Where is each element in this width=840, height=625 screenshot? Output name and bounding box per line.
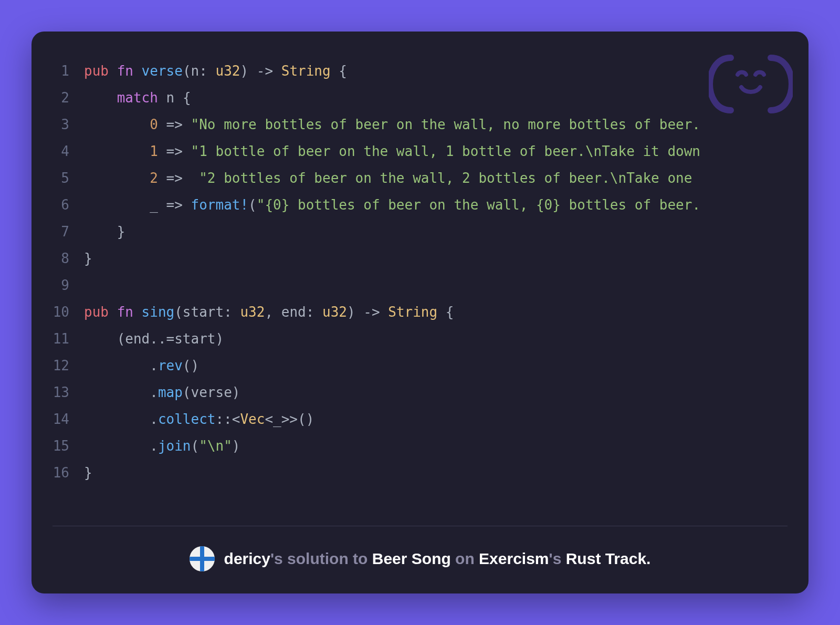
code-line: 13 .map(verse) bbox=[52, 379, 788, 406]
code-content: _ => format!("{0} bottles of beer on the… bbox=[84, 192, 700, 218]
attribution-footer: dericy's solution to Beer Song on Exerci… bbox=[32, 526, 808, 593]
attribution-text: dericy's solution to Beer Song on Exerci… bbox=[224, 550, 651, 568]
code-line: 8} bbox=[52, 245, 788, 272]
code-content: (end..=start) bbox=[84, 326, 224, 352]
code-line: 16} bbox=[52, 460, 788, 486]
code-content: .join("\n") bbox=[84, 433, 240, 460]
line-number: 14 bbox=[52, 406, 84, 433]
code-content: .collect::<Vec<_>>() bbox=[84, 406, 314, 433]
code-line: 15 .join("\n") bbox=[52, 433, 788, 460]
line-number: 11 bbox=[52, 326, 84, 352]
code-content: pub fn verse(n: u32) -> String { bbox=[84, 58, 347, 85]
line-number: 4 bbox=[52, 138, 84, 165]
line-number: 16 bbox=[52, 460, 84, 486]
code-content: .map(verse) bbox=[84, 379, 240, 406]
line-number: 15 bbox=[52, 433, 84, 460]
line-number: 5 bbox=[52, 165, 84, 192]
platform-name: Exercism bbox=[479, 550, 549, 567]
line-number: 7 bbox=[52, 218, 84, 245]
code-content: 0 => "No more bottles of beer on the wal… bbox=[84, 111, 700, 138]
code-line: 4 1 => "1 bottle of beer on the wall, 1 … bbox=[52, 138, 788, 165]
code-line: 1pub fn verse(n: u32) -> String { bbox=[52, 58, 788, 85]
code-line: 14 .collect::<Vec<_>>() bbox=[52, 406, 788, 433]
code-content: match n { bbox=[84, 85, 191, 111]
line-number: 2 bbox=[52, 85, 84, 111]
code-content: 1 => "1 bottle of beer on the wall, 1 bo… bbox=[84, 138, 700, 165]
code-line: 11 (end..=start) bbox=[52, 326, 788, 352]
line-number: 1 bbox=[52, 58, 84, 85]
line-number: 10 bbox=[52, 299, 84, 326]
code-line: 5 2 => "2 bottles of beer on the wall, 2… bbox=[52, 165, 788, 192]
code-line: 10pub fn sing(start: u32, end: u32) -> S… bbox=[52, 299, 788, 326]
line-number: 9 bbox=[52, 272, 84, 299]
code-content: } bbox=[84, 245, 92, 272]
code-line: 12 .rev() bbox=[52, 352, 788, 379]
code-card: 1pub fn verse(n: u32) -> String {2 match… bbox=[32, 32, 808, 593]
line-number: 3 bbox=[52, 111, 84, 138]
code-line: 3 0 => "No more bottles of beer on the w… bbox=[52, 111, 788, 138]
line-number: 13 bbox=[52, 379, 84, 406]
exercise-name: Beer Song bbox=[372, 550, 451, 567]
author-name: dericy bbox=[224, 550, 270, 567]
line-number: 8 bbox=[52, 245, 84, 272]
line-number: 6 bbox=[52, 192, 84, 218]
code-line: 2 match n { bbox=[52, 85, 788, 111]
code-block: 1pub fn verse(n: u32) -> String {2 match… bbox=[32, 32, 808, 526]
code-line: 9 bbox=[52, 272, 788, 299]
code-content: pub fn sing(start: u32, end: u32) -> Str… bbox=[84, 299, 454, 326]
avatar bbox=[190, 546, 215, 571]
code-content: 2 => "2 bottles of beer on the wall, 2 b… bbox=[84, 165, 700, 192]
code-content: } bbox=[84, 460, 92, 486]
code-line: 6 _ => format!("{0} bottles of beer on t… bbox=[52, 192, 788, 218]
code-line: 7 } bbox=[52, 218, 788, 245]
code-content: .rev() bbox=[84, 352, 199, 379]
line-number: 12 bbox=[52, 352, 84, 379]
track-name: Rust Track. bbox=[566, 550, 651, 567]
code-content: } bbox=[84, 218, 125, 245]
